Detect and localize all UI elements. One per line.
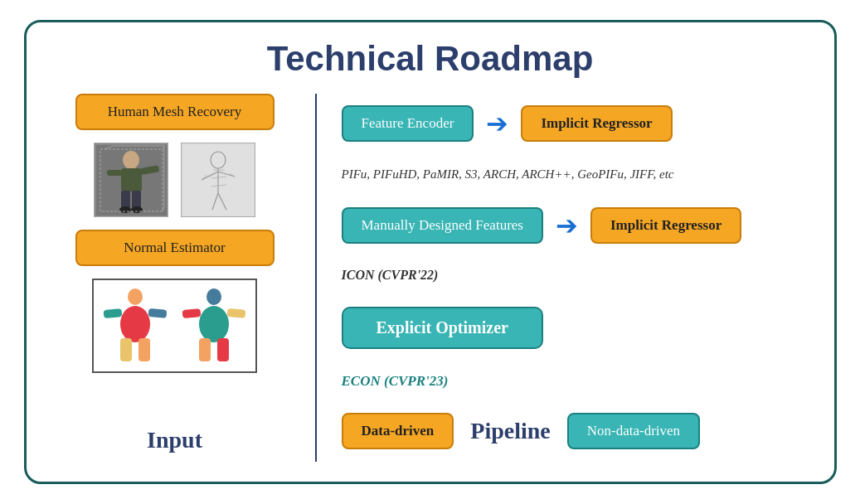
arrow-2: ➔ xyxy=(556,212,578,239)
svg-point-1 xyxy=(123,151,139,169)
feature-encoder-box: Feature Encoder xyxy=(342,105,474,142)
svg-rect-31 xyxy=(199,338,211,361)
econ-label: ECON (CVPR'23) xyxy=(342,373,809,390)
icon-label: ICON (CVPR'22) xyxy=(342,268,809,283)
svg-rect-24 xyxy=(148,308,168,318)
hmr-box: Human Mesh Recovery xyxy=(75,94,275,130)
implicit-regressor-2-box: Implicit Regressor xyxy=(590,207,741,244)
right-panel: Feature Encoder ➔ Implicit Regressor PIF… xyxy=(317,94,809,462)
svg-point-22 xyxy=(120,306,150,342)
svg-point-27 xyxy=(206,288,221,305)
mesh-images xyxy=(94,143,255,217)
pifu-note: PIFu, PIFuHD, PaMIR, S3, ARCH, ARCH++, G… xyxy=(342,166,809,183)
left-panel: Human Mesh Recovery xyxy=(51,94,317,462)
normal-img-2 xyxy=(177,284,251,367)
svg-rect-4 xyxy=(132,191,141,209)
arrow-1: ➔ xyxy=(486,110,508,137)
bottom-row: Data-driven Pipeline Non-data-driven xyxy=(342,413,809,449)
svg-rect-6 xyxy=(107,170,122,176)
svg-rect-23 xyxy=(104,308,123,318)
normal-images xyxy=(92,279,257,373)
row-2: Manually Designed Features ➔ Implicit Re… xyxy=(342,207,809,244)
data-driven-box: Data-driven xyxy=(342,413,454,449)
person-photo xyxy=(94,143,168,217)
explicit-optimizer-box: Explicit Optimizer xyxy=(342,307,543,349)
page-title: Technical Roadmap xyxy=(51,39,809,79)
mesh-3d-svg xyxy=(183,145,254,216)
manually-designed-box: Manually Designed Features xyxy=(342,207,543,244)
person-photo-svg xyxy=(96,145,167,216)
row-1: Feature Encoder ➔ Implicit Regressor xyxy=(342,105,809,142)
svg-rect-3 xyxy=(121,191,130,209)
mesh-3d xyxy=(181,143,255,217)
non-data-driven-box: Non-data-driven xyxy=(567,413,700,449)
left-top: Human Mesh Recovery xyxy=(51,94,299,377)
implicit-regressor-1-box: Implicit Regressor xyxy=(521,105,672,142)
svg-point-28 xyxy=(199,306,229,342)
svg-rect-30 xyxy=(227,308,246,318)
svg-point-8 xyxy=(131,206,143,213)
svg-rect-25 xyxy=(120,338,132,361)
svg-point-7 xyxy=(119,206,131,213)
svg-rect-2 xyxy=(121,168,142,191)
normal-estimator-box: Normal Estimator xyxy=(75,230,275,266)
row-3: Explicit Optimizer xyxy=(342,307,809,349)
input-label: Input xyxy=(147,427,202,453)
main-container: Technical Roadmap Human Mesh Recovery xyxy=(24,20,837,484)
svg-rect-26 xyxy=(138,338,150,361)
normal-img-2-svg xyxy=(181,287,247,366)
normal-img-1-svg xyxy=(102,287,168,366)
svg-point-21 xyxy=(128,288,143,305)
main-layout: Human Mesh Recovery xyxy=(51,94,809,462)
pipeline-label: Pipeline xyxy=(470,418,550,444)
svg-rect-29 xyxy=(182,308,202,318)
svg-rect-32 xyxy=(217,338,229,361)
normal-img-1 xyxy=(98,284,172,367)
